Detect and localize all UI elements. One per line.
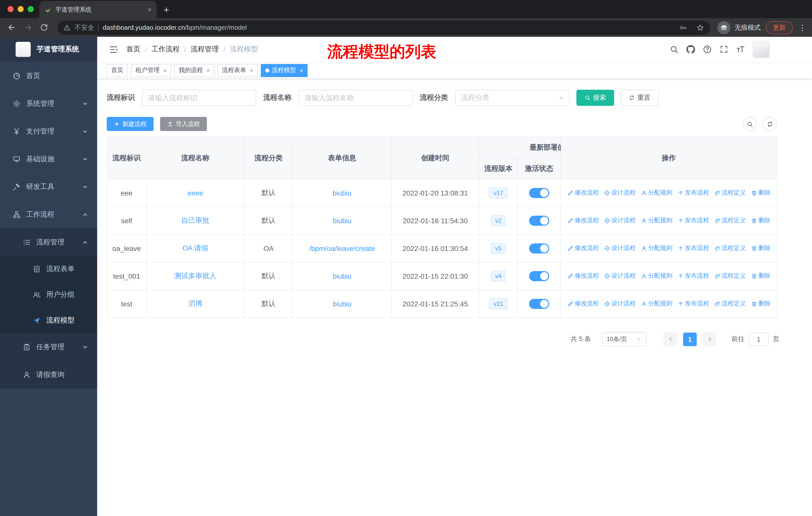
action-assign-rule-link[interactable]: 分配规则: [641, 300, 672, 308]
sidebar-item-infrastructure[interactable]: 基础设施: [0, 145, 97, 173]
user-avatar[interactable]: [753, 41, 770, 58]
reset-button[interactable]: 重置: [621, 90, 659, 106]
tag-close-icon[interactable]: ×: [163, 67, 167, 74]
action-delete-link[interactable]: 删除: [751, 189, 771, 197]
action-assign-rule-link[interactable]: 分配规则: [641, 244, 672, 253]
form-info-link[interactable]: /bpm/oa/leave/create: [309, 244, 375, 252]
action-deploy-link[interactable]: 发布流程: [677, 244, 709, 253]
font-size-icon[interactable]: [736, 45, 745, 54]
import-process-button[interactable]: 导入流程: [160, 117, 207, 131]
sidebar-item-leave-query[interactable]: 请假查询: [0, 361, 97, 388]
bookmark-star-icon[interactable]: [696, 23, 704, 31]
sidebar-item-process-model[interactable]: 流程模型: [0, 307, 97, 333]
breadcrumb-item[interactable]: 工作流程: [151, 45, 180, 54]
tab-close-icon[interactable]: ×: [147, 6, 151, 13]
action-delete-link[interactable]: 删除: [751, 272, 771, 280]
search-button[interactable]: 搜索: [576, 90, 614, 106]
process-name-input[interactable]: [298, 90, 413, 106]
refresh-table-button[interactable]: [763, 117, 777, 131]
next-page-button[interactable]: [703, 332, 716, 346]
sidebar-item-workflow[interactable]: 工作流程: [0, 200, 97, 228]
help-icon[interactable]: [703, 45, 712, 54]
new-tab-button[interactable]: +: [164, 5, 169, 15]
browser-menu-icon[interactable]: ⋮: [798, 23, 807, 32]
process-name-link[interactable]: eeee: [187, 189, 203, 197]
action-deploy-link[interactable]: 发布流程: [677, 189, 709, 197]
traffic-light-zoom-button[interactable]: [28, 6, 34, 12]
action-assign-rule-link[interactable]: 分配规则: [641, 216, 672, 225]
category-select[interactable]: 流程分类: [455, 90, 569, 106]
tag-process-form[interactable]: 流程表单×: [218, 64, 258, 77]
action-modify-link[interactable]: 修改流程: [567, 300, 599, 308]
tag-process-model-active[interactable]: 流程模型×: [261, 64, 308, 77]
sidebar-collapse-button[interactable]: [97, 45, 126, 54]
active-toggle[interactable]: [529, 299, 549, 309]
sidebar-item-process-management[interactable]: 流程管理: [0, 228, 97, 256]
action-design-link[interactable]: 设计流程: [604, 272, 636, 280]
process-name-link[interactable]: OA 请假: [182, 244, 208, 252]
breadcrumb-item[interactable]: 首页: [126, 45, 141, 54]
create-process-button[interactable]: 新建流程: [107, 117, 153, 131]
search-icon[interactable]: [670, 45, 678, 54]
action-design-link[interactable]: 设计流程: [604, 189, 636, 197]
prev-page-button[interactable]: [664, 332, 677, 346]
active-toggle[interactable]: [529, 271, 549, 281]
password-key-icon[interactable]: [679, 23, 687, 31]
action-modify-link[interactable]: 修改流程: [567, 272, 599, 280]
tag-close-icon[interactable]: ×: [299, 67, 303, 74]
page-url[interactable]: dashboard.yudao.iocoder.cn/bpm/manager/m…: [103, 24, 247, 31]
security-label[interactable]: 不安全: [75, 23, 94, 32]
action-assign-rule-link[interactable]: 分配规则: [641, 189, 672, 197]
action-design-link[interactable]: 设计流程: [604, 300, 636, 308]
current-page-button[interactable]: 1: [683, 332, 697, 346]
sidebar-item-process-form[interactable]: 流程表单: [0, 256, 97, 282]
action-modify-link[interactable]: 修改流程: [567, 244, 599, 253]
browser-tab[interactable]: 芋道管理系统 ×: [39, 1, 156, 18]
action-assign-rule-link[interactable]: 分配规则: [641, 272, 672, 280]
show-search-toggle-button[interactable]: [743, 117, 757, 131]
action-delete-link[interactable]: 删除: [751, 300, 771, 308]
form-info-link[interactable]: biubiu: [333, 272, 352, 280]
fullscreen-icon[interactable]: [719, 45, 728, 54]
action-modify-link[interactable]: 修改流程: [567, 189, 599, 197]
active-toggle[interactable]: [529, 243, 549, 253]
tag-close-icon[interactable]: ×: [206, 67, 210, 74]
action-definition-link[interactable]: 流程定义: [714, 189, 746, 197]
action-delete-link[interactable]: 删除: [751, 216, 771, 225]
traffic-light-close-button[interactable]: [7, 6, 13, 12]
traffic-light-minimize-button[interactable]: [18, 6, 24, 12]
process-name-link[interactable]: 测试多审批人: [174, 272, 216, 280]
action-deploy-link[interactable]: 发布流程: [677, 272, 709, 280]
reload-button[interactable]: [37, 21, 50, 34]
back-button[interactable]: [5, 21, 18, 34]
breadcrumb-item[interactable]: 流程管理: [191, 45, 219, 54]
action-definition-link[interactable]: 流程定义: [714, 216, 746, 225]
forward-button[interactable]: [21, 21, 34, 34]
sidebar-item-task-management[interactable]: 任务管理: [0, 333, 97, 361]
form-info-link[interactable]: biubiu: [333, 300, 352, 308]
page-size-select[interactable]: 10条/页: [602, 332, 646, 346]
sidebar-item-dev-tools[interactable]: 研发工具: [0, 173, 97, 200]
process-id-input[interactable]: [142, 90, 256, 106]
tag-home[interactable]: 首页: [107, 64, 128, 77]
action-deploy-link[interactable]: 发布流程: [677, 300, 709, 308]
browser-update-button[interactable]: 更新: [766, 21, 793, 34]
action-modify-link[interactable]: 修改流程: [567, 216, 599, 225]
sidebar-item-user-group[interactable]: 用户分组: [0, 282, 97, 307]
process-name-link[interactable]: 自己审批: [181, 216, 209, 224]
action-definition-link[interactable]: 流程定义: [714, 244, 746, 253]
action-definition-link[interactable]: 流程定义: [714, 272, 746, 280]
action-design-link[interactable]: 设计流程: [604, 244, 636, 253]
action-design-link[interactable]: 设计流程: [604, 216, 636, 225]
tag-close-icon[interactable]: ×: [250, 67, 253, 74]
active-toggle[interactable]: [529, 216, 549, 226]
sidebar-item-payment[interactable]: 支付管理: [0, 117, 97, 145]
address-bar[interactable]: 不安全 dashboard.yudao.iocoder.cn/bpm/manag…: [57, 20, 710, 34]
action-definition-link[interactable]: 流程定义: [714, 300, 746, 308]
action-delete-link[interactable]: 删除: [751, 244, 771, 253]
goto-page-input[interactable]: [749, 332, 769, 346]
sidebar-item-home[interactable]: 首页: [0, 62, 97, 90]
sidebar-logo[interactable]: 芋道管理系统: [0, 37, 97, 62]
form-info-link[interactable]: biubiu: [333, 189, 352, 197]
tag-my-process[interactable]: 我的流程×: [174, 64, 214, 77]
